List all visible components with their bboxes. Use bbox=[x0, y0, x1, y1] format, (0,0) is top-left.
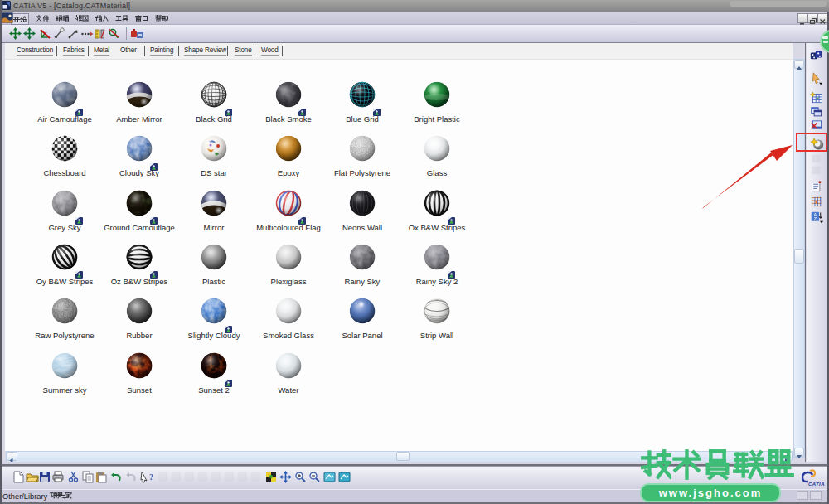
svg-text:CATIA: CATIA bbox=[808, 482, 825, 487]
svg-text:?: ? bbox=[149, 472, 153, 482]
